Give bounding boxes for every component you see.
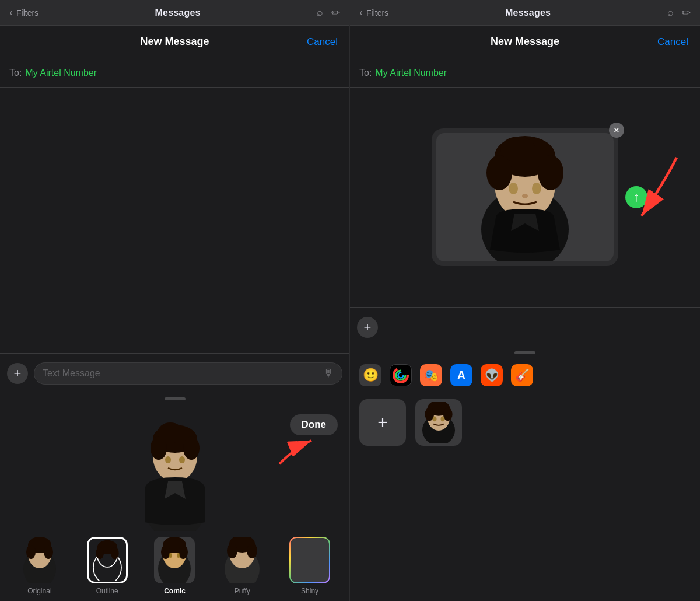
done-button[interactable]: Done [290, 414, 338, 435]
svg-point-5 [158, 422, 183, 443]
svg-point-7 [179, 456, 185, 463]
new-message-title-right: New Message [491, 36, 559, 48]
svg-point-29 [227, 543, 237, 558]
app-store-app[interactable]: A [450, 364, 473, 386]
svg-point-18 [111, 547, 119, 560]
sticker-pack-icon: 🎭 [424, 368, 439, 382]
input-spacer-right [384, 316, 693, 338]
cancel-button-right[interactable]: Cancel [657, 36, 688, 48]
add-sticker-icon: + [377, 413, 388, 432]
variant-label-comic: Comic [164, 587, 186, 595]
filters-label[interactable]: Filters [16, 8, 38, 18]
svg-point-55 [441, 417, 445, 422]
to-value-left[interactable]: My Airtel Number [25, 68, 97, 78]
sticker-pack-app[interactable]: 🎭 [420, 364, 442, 386]
mic-icon-left[interactable]: 🎙 [323, 367, 334, 379]
send-button[interactable]: ↑ [625, 186, 648, 208]
sticker-done-area: Done [0, 408, 349, 531]
variant-thumb-comic [154, 537, 195, 583]
to-value-right[interactable]: My Airtel Number [375, 68, 447, 78]
svg-point-40 [538, 155, 564, 190]
add-sticker-button[interactable]: + [359, 399, 406, 446]
svg-point-39 [487, 155, 512, 190]
reddit-app[interactable]: 👽 [481, 364, 503, 386]
compose-icon-right[interactable]: ✏ [682, 6, 691, 19]
left-phone-panel: ‹ Filters Messages ⌕ ✏ New Message Cance… [0, 0, 350, 601]
app-store-icon: A [457, 369, 466, 382]
svg-point-44 [522, 194, 528, 198]
svg-point-12 [26, 545, 36, 559]
svg-point-41 [501, 137, 536, 162]
text-input-left[interactable]: Text Message 🎙 [34, 362, 342, 385]
search-icon-left[interactable]: ⌕ [317, 6, 323, 19]
filters-nav-right: ‹ Filters [359, 6, 388, 19]
svg-point-4 [183, 436, 200, 460]
app-picker-row: 🙂 🎭 A 👽 🎸 [350, 357, 700, 393]
thumb-outline-figure [90, 540, 125, 581]
to-field-right: To: My Airtel Number [350, 58, 700, 88]
to-field-left: To: My Airtel Number [0, 58, 349, 88]
guitar-icon: 🎸 [515, 368, 530, 382]
messages-title-left: Messages [155, 8, 201, 18]
svg-point-43 [532, 183, 541, 194]
bubble-close-button[interactable]: ✕ [609, 123, 624, 138]
close-x-icon: ✕ [613, 125, 620, 135]
variant-comic[interactable]: Comic [154, 537, 195, 595]
search-icon-right[interactable]: ⌕ [667, 6, 674, 19]
thumb-comic-figure [154, 537, 195, 583]
sticker-panel-left: Done [0, 403, 349, 601]
input-bar-left: + Text Message 🎙 [0, 353, 349, 393]
svg-point-6 [165, 456, 171, 463]
guitar-app[interactable]: 🎸 [511, 364, 533, 386]
svg-point-54 [433, 417, 437, 422]
filters-label-right[interactable]: Filters [366, 8, 388, 18]
sticker-preview-large [128, 414, 222, 531]
variant-label-original: Original [27, 587, 51, 595]
activity-rings-app[interactable] [390, 364, 412, 386]
plus-button-right[interactable]: + [357, 317, 378, 338]
back-chevron-icon-right: ‹ [359, 6, 363, 19]
nav-header-left: New Message Cancel [0, 26, 349, 58]
message-bubble: ✕ [432, 128, 618, 266]
drag-handle-left [164, 397, 186, 400]
smiley-icon: 🙂 [363, 368, 379, 383]
sticker-grid-item-1[interactable] [415, 399, 462, 446]
svg-point-22 [161, 545, 170, 559]
variant-outline[interactable]: Outline [87, 537, 128, 595]
activity-rings-icon [393, 367, 409, 383]
message-bubble-area: ✕ [350, 88, 700, 307]
compose-icon-left[interactable]: ✏ [331, 6, 340, 19]
emoji-picker-icon[interactable]: 🙂 [359, 364, 382, 386]
to-label-left: To: [9, 68, 22, 78]
bubble-sticker-figure [467, 133, 583, 261]
variant-puffy[interactable]: Puffy [222, 537, 262, 595]
sticker-grid: + [350, 393, 700, 601]
status-bar-right: ‹ Filters Messages ⌕ ✏ [350, 0, 700, 26]
svg-point-17 [96, 547, 104, 560]
plus-button-left[interactable]: + [7, 363, 28, 384]
variant-thumb-outline [87, 537, 128, 583]
messages-title-right: Messages [505, 8, 551, 18]
svg-point-30 [247, 543, 257, 558]
variant-label-outline: Outline [96, 587, 118, 595]
status-bar-actions-left: ⌕ ✏ [317, 6, 340, 19]
thumb-original-figure [19, 537, 60, 583]
sticker-figure-grid-1 [418, 402, 459, 443]
reddit-icon: 👽 [485, 368, 499, 382]
variant-label-puffy: Puffy [235, 587, 250, 595]
variant-thumb-original [19, 537, 60, 583]
svg-point-23 [178, 545, 188, 559]
send-arrow-icon: ↑ [634, 190, 640, 205]
variant-original[interactable]: Original [19, 537, 60, 595]
new-message-title-left: New Message [140, 36, 209, 48]
svg-point-13 [44, 545, 53, 559]
sticker-figure-large [128, 414, 222, 531]
status-bar-left: ‹ Filters Messages ⌕ ✏ [0, 0, 349, 26]
svg-point-48 [398, 373, 404, 378]
cancel-button-left[interactable]: Cancel [307, 36, 338, 48]
status-bar-actions-right: ⌕ ✏ [667, 6, 691, 19]
variant-shiny[interactable]: Shiny [289, 537, 330, 595]
input-bar-right: + [350, 307, 700, 347]
to-label-right: To: [359, 68, 372, 78]
thumb-puffy-figure [222, 537, 262, 583]
